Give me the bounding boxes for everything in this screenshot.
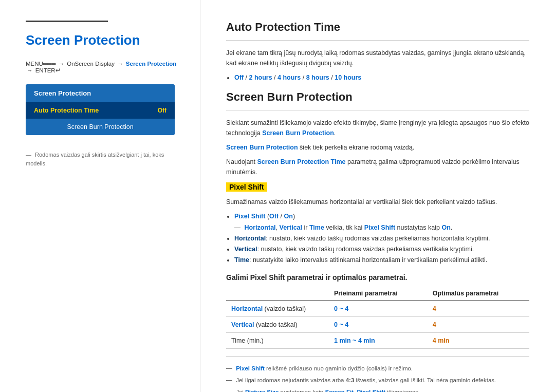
- bullet-3: Horizontal: nustato, kiek vaizdo taškų r…: [234, 233, 529, 244]
- breadcrumb-enter: ENTER↵: [35, 67, 61, 73]
- sep3: /: [301, 74, 306, 81]
- fn3-pixel-shift: Pixel Shift: [357, 389, 385, 392]
- table-cell-time-name: Time (min.): [226, 332, 329, 348]
- note-content: Rodomas vaizdas gali skirtis atsižvelgia…: [26, 152, 164, 166]
- note-dash: —: [26, 152, 31, 158]
- table-time-label: Time: [231, 337, 245, 344]
- pixel-shift-badge: Pixel Shift: [226, 182, 267, 192]
- table-horizontal-optimal: 4: [428, 301, 529, 317]
- screen-burn-divider: [226, 110, 529, 110]
- screen-burn-title: Screen Burn Protection: [226, 90, 529, 104]
- auto-protection-title: Auto Protection Time: [226, 21, 529, 34]
- nav-item-auto-protection-label: Auto Protection Time: [34, 107, 99, 114]
- table-title: Galimi Pixel Shift parametrai ir optimal…: [226, 273, 529, 282]
- nav-item-auto-protection-value: Off: [158, 107, 166, 114]
- pixel-shift-label-inline: Pixel Shift: [234, 213, 265, 220]
- hour-off: Off: [234, 74, 244, 81]
- hour-4: 4 hours: [278, 74, 301, 81]
- nav-menu: Screen Protection Auto Protection Time O…: [26, 84, 175, 135]
- breadcrumb-arrow3: →: [27, 67, 34, 73]
- nav-item-screen-burn-label: Screen Burn Protection: [67, 123, 133, 130]
- screen-burn-highlight1: Screen Burn Protection: [262, 129, 334, 137]
- top-line-decoration: [26, 21, 108, 22]
- breadcrumb: MENU═══ → OnScreen Display → Screen Prot…: [26, 61, 184, 74]
- table-horizontal-range: 0 ~ 4: [329, 301, 428, 317]
- b2-on: On: [441, 224, 450, 231]
- fn3-screen-fit: Screen Fit: [325, 389, 354, 392]
- auto-protection-hours-list: Off / 2 hours / 4 hours / 8 hours / 10 h…: [234, 72, 529, 83]
- table-vertical-range: 0 ~ 4: [329, 316, 428, 332]
- table-row-time: Time (min.) 1 min ~ 4 min 4 min: [226, 332, 529, 348]
- auto-protection-body: Jei ekrane tam tikrą jūsų nurodytą laiką…: [226, 48, 529, 68]
- fn3-picture-size: Picture Size: [245, 389, 279, 392]
- table-header-prieinami: Prieinami parametrai: [329, 287, 428, 301]
- pixel-shift-bullets: Pixel Shift (Off / On) Horizontal, Verti…: [234, 211, 529, 266]
- sep2: /: [272, 74, 278, 81]
- b3-horizontal: Horizontal: [234, 235, 266, 242]
- section-auto-protection: Auto Protection Time Jei ekrane tam tikr…: [226, 21, 529, 83]
- nav-menu-title: Screen Protection: [26, 84, 175, 102]
- indent-dash: [234, 228, 240, 228]
- hour-2: 2 hours: [249, 74, 272, 81]
- page-container: Screen Protection MENU═══ → OnScreen Dis…: [0, 0, 555, 392]
- b5-time: Time: [234, 256, 249, 264]
- b2-time: Time: [309, 224, 324, 231]
- sep4: /: [329, 74, 335, 81]
- table-cell-vertical-name: Vertical (vaizdo taškai): [226, 316, 329, 332]
- table-row-horizontal: Horizontal (vaizdo taškai) 0 ~ 4 4: [226, 301, 529, 317]
- screen-burn-highlight2: Screen Burn Protection: [226, 144, 298, 151]
- bullet-2: Horizontal, Vertical ir Time veikia, tik…: [232, 222, 529, 233]
- table-header-optimalus: Optimalūs parametrai: [428, 287, 529, 301]
- fn1-pixel-shift: Pixel Shift: [236, 365, 265, 371]
- breadcrumb-arrow2: →: [117, 61, 125, 67]
- footnote-3: Jei Picture Size nustatomas kaip Screen …: [226, 387, 529, 392]
- fn1-dash: [226, 368, 232, 369]
- table-vertical-optimal: 4: [428, 316, 529, 332]
- b2-horizontal: Horizontal: [244, 224, 275, 231]
- auto-protection-divider: [226, 40, 529, 41]
- table-header-name: [226, 287, 329, 301]
- table-time-range: 1 min ~ 4 min: [329, 332, 428, 348]
- ps-off: Off: [269, 213, 279, 220]
- pixel-shift-body: Sumažinamas vaizdo išliekamumas horizont…: [226, 197, 529, 207]
- footnote-2: Jei ilgai rodomas nejudantis vaizdas arb…: [226, 376, 529, 385]
- ps-on: On: [284, 213, 293, 220]
- table-vertical-label: Vertical: [231, 321, 254, 328]
- table-time-optimal: 4 min: [428, 332, 529, 348]
- screen-burn-para2: Screen Burn Protection šiek tiek perkeli…: [226, 142, 529, 153]
- nav-item-screen-burn[interactable]: Screen Burn Protection: [26, 119, 175, 135]
- bullet-5: Time: nustatykite laiko intervalus atiti…: [234, 255, 529, 266]
- fn2-dash: [226, 380, 232, 381]
- nav-item-auto-protection[interactable]: Auto Protection Time Off: [26, 102, 175, 119]
- table-horizontal-note: (vaizdo taškai): [265, 305, 306, 312]
- bullet-4: Vertical: nustato, kiek vaizdo taškų rod…: [234, 244, 529, 255]
- sep1: /: [244, 74, 249, 81]
- bullet-1: Pixel Shift (Off / On): [234, 211, 529, 222]
- table-horizontal-label: Horizontal: [231, 305, 263, 312]
- left-panel-title: Screen Protection: [26, 32, 184, 48]
- b2-ps: Pixel Shift: [364, 224, 395, 231]
- right-panel: Auto Protection Time Jei ekrane tam tikr…: [200, 0, 555, 392]
- menu-icon: ═══: [43, 61, 55, 67]
- hours-links: Off / 2 hours / 4 hours / 8 hours / 10 h…: [234, 74, 361, 81]
- breadcrumb-arrow1: →: [59, 61, 66, 67]
- footnotes-divider: [226, 356, 529, 357]
- table-cell-horizontal-name: Horizontal (vaizdo taškai): [226, 301, 329, 317]
- hour-10: 10 hours: [335, 74, 361, 81]
- screen-burn-para1: Siekiant sumažinti išliekamojo vaizdo ef…: [226, 118, 529, 138]
- menu-label: MENU: [26, 61, 43, 67]
- breadcrumb-item1: OnScreen Display: [67, 61, 115, 67]
- table-vertical-note: (vaizdo taškai): [256, 321, 298, 328]
- hour-8: 8 hours: [306, 74, 329, 81]
- left-panel: Screen Protection MENU═══ → OnScreen Dis…: [0, 0, 200, 392]
- footnote-1: Pixel Shift reikšmė priklauso nuo gamini…: [226, 364, 529, 373]
- b4-vertical: Vertical: [234, 246, 257, 253]
- breadcrumb-item2: Screen Protection: [126, 61, 176, 67]
- table-row-vertical: Vertical (vaizdo taškai) 0 ~ 4 4: [226, 316, 529, 332]
- table-time-note: (min.): [247, 337, 264, 344]
- screen-burn-highlight3: Screen Burn Protection Time: [257, 158, 345, 165]
- fn2-bold: 4:3: [346, 377, 355, 383]
- section-pixel-shift: Pixel Shift Sumažinamas vaizdo išliekamu…: [226, 182, 529, 392]
- section-screen-burn: Screen Burn Protection Siekiant sumažint…: [226, 90, 529, 177]
- screen-burn-para3: Naudojant Screen Burn Protection Time pa…: [226, 157, 529, 177]
